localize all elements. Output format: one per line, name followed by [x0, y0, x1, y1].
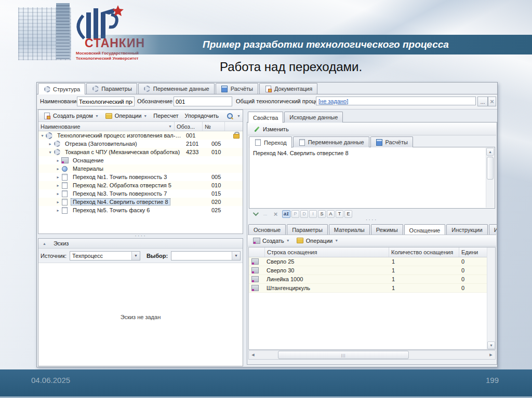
scroll-down-icon[interactable]: ▼: [487, 341, 495, 349]
tree-row[interactable]: ▸Переход №4. Сверлить отверстие 8020: [38, 198, 243, 206]
create-nearby-button[interactable]: Создать рядом ▼: [41, 112, 101, 120]
process-tree: ▾Технологический процесс изготовления ва…: [38, 131, 243, 214]
operations-button[interactable]: Операции ▼: [102, 112, 150, 120]
equip-operations-button[interactable]: Операции ▼: [294, 237, 341, 245]
format-button[interactable]: E: [344, 210, 352, 218]
source-dropdown[interactable]: Техпроцесс ▼: [70, 251, 140, 260]
name-input[interactable]: [77, 97, 135, 106]
horizontal-splitter[interactable]: ····: [38, 234, 243, 237]
scroll-left-icon[interactable]: ◀: [249, 351, 257, 359]
scroll-thumb[interactable]: [487, 157, 494, 180]
doc-icon: [61, 190, 69, 197]
equipment-row[interactable]: Линейка 100010: [249, 275, 487, 284]
format-button[interactable]: D: [300, 210, 308, 218]
transition-tab[interactable]: Расчёты: [370, 136, 413, 147]
column-equip-qty[interactable]: Количество оснащения: [389, 248, 459, 257]
find-icon[interactable]: [226, 112, 234, 119]
edit-button[interactable]: Изменить: [250, 125, 291, 133]
column-name[interactable]: Наименование ▼: [38, 122, 175, 131]
transition-text-area[interactable]: Переход №4. Сверлить отверстие 8 ▲: [249, 147, 495, 209]
x-icon[interactable]: [270, 210, 281, 218]
equipment-row[interactable]: Сверло 2510: [249, 257, 487, 266]
properties-tab[interactable]: Исходные данные: [284, 112, 343, 122]
filter-chevron-icon[interactable]: ▼: [168, 125, 172, 128]
expand-icon[interactable]: ▸: [55, 183, 61, 188]
scroll-thumb[interactable]: |||: [278, 351, 409, 359]
recalc-button[interactable]: Пересчет: [151, 112, 181, 119]
order-button[interactable]: Упорядочить: [182, 112, 221, 119]
tree-row[interactable]: ▾Технологический процесс изготовления ва…: [38, 131, 243, 140]
sketch-header[interactable]: ▲ Эскиз: [38, 239, 243, 249]
detail-tab[interactable]: Режимы: [371, 224, 403, 235]
equipment-row[interactable]: Сверло 3010: [249, 266, 487, 275]
header-form: Наименование Обозначение Общий технологи…: [37, 94, 497, 109]
code-input[interactable]: [174, 97, 232, 106]
clear-button[interactable]: [488, 97, 496, 106]
format-button[interactable]: a1: [282, 210, 290, 218]
chevron-down-icon[interactable]: ▼: [232, 252, 240, 260]
main-tab[interactable]: Параметры: [86, 83, 137, 94]
chevron-down-icon[interactable]: ▼: [131, 252, 140, 260]
format-button[interactable]: I: [309, 210, 317, 218]
detail-tab[interactable]: Параметры: [287, 224, 328, 235]
column-equip-name[interactable]: Строка оснащения: [265, 248, 389, 257]
detail-tab[interactable]: Основные: [248, 224, 286, 235]
expand-icon[interactable]: ▸: [55, 208, 61, 213]
horizontal-scrollbar[interactable]: ◀ ||| ▶: [248, 350, 496, 360]
tree-row[interactable]: ▸Переход №1. Точить поверхность 3005: [38, 173, 243, 181]
expand-icon[interactable]: ▸: [55, 191, 61, 196]
vertical-scrollbar[interactable]: ▼: [487, 248, 495, 349]
format-button[interactable]: T: [336, 210, 343, 218]
horizontal-splitter[interactable]: ····: [247, 218, 496, 221]
transition-tab[interactable]: Переменные данные: [293, 136, 369, 147]
format-button[interactable]: ...: [261, 210, 269, 218]
equipment-row[interactable]: Штангенциркуль10: [249, 284, 487, 293]
detail-tab[interactable]: Материалы: [329, 224, 370, 235]
double-chevron-down-icon[interactable]: [249, 210, 260, 218]
tree-row-code: 4233: [184, 149, 209, 155]
column-num[interactable]: №: [203, 122, 225, 131]
column-code[interactable]: Обоз...: [175, 122, 203, 131]
properties-tab[interactable]: Свойства: [248, 112, 283, 123]
scroll-up-icon[interactable]: ▲: [486, 148, 494, 156]
expand-icon[interactable]: ▸: [55, 167, 61, 171]
format-button[interactable]: S: [318, 210, 326, 218]
main-tab[interactable]: Переменные данные: [138, 83, 215, 94]
main-tab[interactable]: Документация: [259, 83, 317, 94]
properties-panel: СвойстваИсходные данные Изменить Переход…: [247, 112, 497, 365]
collapse-icon[interactable]: ▾: [39, 133, 45, 138]
main-tab[interactable]: Структура: [38, 83, 85, 94]
tree-row[interactable]: ▸Оснащение: [38, 156, 243, 164]
tree-row[interactable]: ▸Переход №2. Обработка отверстия 5010: [38, 181, 243, 189]
format-button[interactable]: P: [291, 210, 299, 218]
equip-create-button[interactable]: Создать ▼: [250, 237, 292, 245]
tree-row[interactable]: ▾Токарная с ЧПУ (Механическая обработка)…: [38, 148, 243, 156]
choice-dropdown[interactable]: ▼: [171, 251, 241, 260]
collapse-icon[interactable]: ▲: [43, 242, 46, 245]
transition-tab[interactable]: Переход: [249, 136, 292, 148]
format-button[interactable]: A: [327, 210, 335, 218]
toolbar-overflow-icon[interactable]: ▼: [237, 114, 241, 118]
expand-icon[interactable]: ▸: [55, 158, 61, 163]
detail-tab[interactable]: Инструкции: [446, 224, 487, 235]
tooling-icon: [251, 267, 259, 274]
common-process-field[interactable]: [не задано]: [316, 97, 476, 105]
browse-button[interactable]: ...: [477, 97, 488, 106]
common-process-link[interactable]: [не задано]: [318, 98, 348, 104]
detail-tab[interactable]: Оснащение: [404, 224, 446, 235]
expand-icon[interactable]: ▸: [55, 200, 61, 204]
tree-row[interactable]: ▸Материалы: [38, 164, 243, 173]
tree-row[interactable]: ▸Отрезка (Заготовительная)2101005: [38, 140, 243, 148]
tree-row-num: 005: [209, 174, 229, 180]
expand-icon[interactable]: ▸: [55, 175, 61, 180]
expand-icon[interactable]: ▸: [47, 142, 53, 146]
vertical-scrollbar[interactable]: ▲: [486, 148, 494, 208]
column-equip-unit[interactable]: Едини: [459, 248, 487, 257]
collapse-icon[interactable]: ▾: [47, 150, 53, 155]
detail-tab[interactable]: Иллюстрац: [489, 224, 497, 235]
material-icon: [61, 165, 69, 172]
tree-row[interactable]: ▸Переход №5. Точить фаску 6025: [38, 206, 243, 214]
main-tab[interactable]: Расчёты: [216, 83, 258, 94]
scroll-right-icon[interactable]: ▶: [487, 351, 495, 359]
tree-row[interactable]: ▸Переход №3. Точить поверхность 7015: [38, 189, 243, 198]
